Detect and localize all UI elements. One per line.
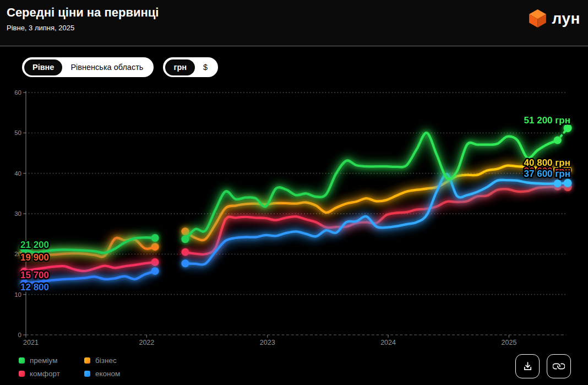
toggle-uah[interactable]: грн [165,59,195,75]
page-subtitle: Рівне, 3 липня, 2025 [7,24,159,32]
svg-text:50: 50 [14,129,21,136]
toggle-city[interactable]: Рівне [24,59,62,75]
svg-text:40: 40 [14,170,21,177]
ekonom-swatch-icon [84,371,90,377]
legend-item-komfort: комфорт [19,370,84,378]
chart-legend: преміум бізнес комфорт економ [19,356,120,378]
toggle-bar: Рівне Рівненська область грн $ [22,57,218,77]
header: Середні ціни на первинці Рівне, 3 липня,… [0,0,588,46]
biznes-swatch-icon [84,357,90,364]
svg-text:2025: 2025 [502,339,517,346]
legend-label-komfort: комфорт [30,370,60,378]
svg-text:37 600 грн: 37 600 грн [524,169,570,179]
svg-text:30: 30 [14,210,21,217]
svg-text:2022: 2022 [139,339,154,346]
svg-text:2024: 2024 [380,339,396,346]
legend-item-ekonom: економ [84,370,120,378]
svg-text:21 200: 21 200 [20,240,49,250]
share-link-button[interactable] [547,354,571,378]
svg-text:19 900: 19 900 [20,252,49,263]
location-toggle: Рівне Рівненська область [22,57,154,77]
page-title: Середні ціни на первинці [7,6,159,20]
toggle-usd[interactable]: $ [195,59,216,75]
toggle-region[interactable]: Рівненська область [62,59,151,75]
legend-label-ekonom: економ [95,370,120,378]
svg-text:51 200 грн: 51 200 грн [524,115,570,126]
lun-logo[interactable]: лун [527,0,588,29]
legend-label-biznes: бізнес [95,356,117,365]
download-icon [522,361,533,372]
legend-label-premium: преміум [30,356,58,365]
komfort-swatch-icon [19,371,25,377]
link-icon [553,360,565,372]
svg-text:15 700: 15 700 [20,270,49,280]
page: 01020304050602021202220232024202521 2005… [0,0,588,385]
svg-text:60: 60 [14,89,21,96]
svg-text:2023: 2023 [260,339,275,346]
header-text: Середні ціни на первинці Рівне, 3 липня,… [0,0,159,32]
download-button[interactable] [515,354,540,378]
logo-text: лун [552,11,580,26]
currency-toggle: грн $ [163,57,218,77]
premium-swatch-icon [19,357,25,364]
svg-text:12 800: 12 800 [20,282,49,292]
cube-icon [527,8,548,29]
svg-text:0: 0 [18,332,21,338]
legend-item-premium: преміум [19,356,84,365]
legend-item-biznes: бізнес [84,356,120,365]
svg-text:2021: 2021 [23,339,39,346]
chart-actions [515,354,571,378]
